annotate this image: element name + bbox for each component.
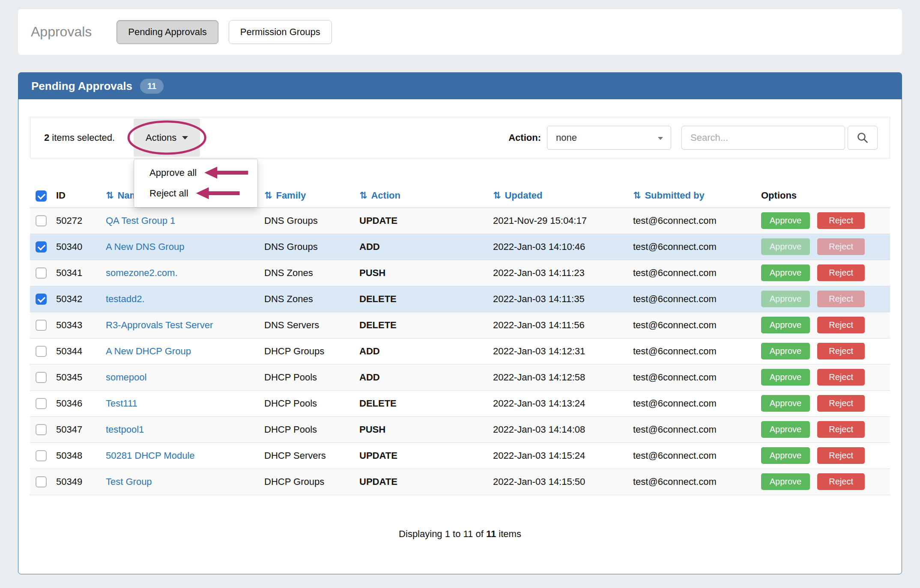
cell-checkbox (30, 338, 56, 364)
reject-button[interactable]: Reject (817, 473, 865, 490)
approve-button[interactable]: Approve (761, 447, 810, 464)
column-header-submitted-by[interactable]: ⇅Submitted by (633, 184, 761, 208)
row-checkbox[interactable] (36, 424, 47, 435)
approve-button[interactable]: Approve (761, 291, 810, 307)
row-checkbox[interactable] (36, 241, 47, 252)
column-header-action[interactable]: ⇅Action (359, 184, 493, 208)
search-button[interactable] (848, 126, 878, 150)
cell-options: Approve Reject (761, 364, 890, 390)
row-name-link[interactable]: Test Group (106, 476, 152, 487)
cell-updated: 2022-Jan-03 14:15:24 (493, 442, 633, 469)
approve-button[interactable]: Approve (761, 264, 810, 281)
column-label: Submitted by (645, 190, 704, 201)
cell-family: DNS Zones (264, 260, 359, 286)
cell-action: ADD (359, 234, 493, 260)
tab-pending-approvals[interactable]: Pending Approvals (116, 20, 218, 44)
approve-button[interactable]: Approve (761, 369, 810, 386)
cell-checkbox (30, 208, 56, 234)
count-badge: 11 (140, 79, 164, 94)
row-checkbox[interactable] (36, 450, 47, 461)
action-filter-select[interactable]: none (547, 126, 671, 150)
row-name-link[interactable]: QA Test Group 1 (106, 215, 175, 226)
tab-permission-groups[interactable]: Permission Groups (229, 20, 332, 44)
row-name-link[interactable]: A New DHCP Group (106, 346, 191, 356)
panel-header: Pending Approvals 11 (18, 73, 902, 99)
cell-name: somezone2.com. (106, 260, 264, 286)
table-row: 50344 A New DHCP Group DHCP Groups ADD 2… (30, 338, 890, 364)
table-row: 50345 somepool DHCP Pools ADD 2022-Jan-0… (30, 364, 890, 390)
reject-button[interactable]: Reject (817, 291, 865, 307)
reject-button[interactable]: Reject (817, 421, 865, 438)
row-checkbox[interactable] (36, 372, 47, 383)
row-name-link[interactable]: somezone2.com. (106, 267, 178, 278)
cell-id: 50272 (56, 208, 106, 234)
sort-icon: ⇅ (264, 190, 272, 201)
row-name-link[interactable]: somepool (106, 372, 146, 383)
row-name-link[interactable]: testadd2. (106, 294, 145, 304)
cell-submitted-by: test@6connect.com (633, 442, 761, 469)
cell-action: UPDATE (359, 469, 493, 495)
menu-item-reject-all[interactable]: Reject all (134, 183, 257, 204)
approve-button[interactable]: Approve (761, 317, 810, 333)
cell-checkbox (30, 442, 56, 469)
row-name-link[interactable]: A New DNS Group (106, 241, 184, 252)
sort-icon: ⇅ (359, 190, 367, 201)
cell-options: Approve Reject (761, 312, 890, 338)
reject-button[interactable]: Reject (817, 212, 865, 229)
cell-id: 50349 (56, 469, 106, 495)
row-checkbox[interactable] (36, 398, 47, 409)
caret-down-icon (182, 136, 188, 140)
reject-button[interactable]: Reject (817, 395, 865, 412)
row-name-link[interactable]: R3-Approvals Test Server (106, 320, 213, 330)
row-checkbox[interactable] (36, 215, 47, 226)
cell-submitted-by: test@6connect.com (633, 286, 761, 312)
select-all-header (30, 184, 56, 208)
row-name-link[interactable]: testpool1 (106, 424, 144, 435)
approve-button[interactable]: Approve (761, 395, 810, 412)
panel-title: Pending Approvals (31, 80, 132, 93)
table-row: 50347 testpool1 DHCP Pools PUSH 2022-Jan… (30, 416, 890, 442)
cell-options: Approve Reject (761, 390, 890, 416)
row-name-link[interactable]: Test111 (106, 398, 137, 409)
cell-updated: 2022-Jan-03 14:15:50 (493, 469, 633, 495)
menu-item-label: Reject all (149, 188, 188, 199)
row-checkbox[interactable] (36, 294, 47, 305)
reject-button[interactable]: Reject (817, 447, 865, 464)
row-checkbox[interactable] (36, 267, 47, 279)
row-checkbox[interactable] (36, 346, 47, 357)
cell-name: Test Group (106, 469, 264, 495)
cell-family: DHCP Servers (264, 442, 359, 469)
cell-checkbox (30, 260, 56, 286)
row-checkbox[interactable] (36, 476, 47, 487)
approve-button[interactable]: Approve (761, 212, 810, 229)
cell-submitted-by: test@6connect.com (633, 390, 761, 416)
page-title: Approvals (31, 24, 92, 40)
reject-button[interactable]: Reject (817, 264, 865, 281)
cell-checkbox (30, 364, 56, 390)
reject-button[interactable]: Reject (817, 238, 865, 255)
reject-button[interactable]: Reject (817, 317, 865, 333)
cell-family: DHCP Groups (264, 469, 359, 495)
approve-button[interactable]: Approve (761, 343, 810, 359)
column-header-family[interactable]: ⇅Family (264, 184, 359, 208)
cell-name: QA Test Group 1 (106, 208, 264, 234)
search-input[interactable] (681, 126, 845, 150)
pending-approvals-table: ID ⇅Name ⇅Family ⇅Action ⇅Updated ⇅Submi… (30, 184, 890, 495)
row-name-link[interactable]: 50281 DHCP Module (106, 450, 195, 461)
reject-button[interactable]: Reject (817, 369, 865, 386)
menu-item-approve-all[interactable]: Approve all (134, 163, 257, 183)
actions-button[interactable]: Actions (134, 119, 200, 157)
table-row: 50348 50281 DHCP Module DHCP Servers UPD… (30, 442, 890, 469)
cell-submitted-by: test@6connect.com (633, 338, 761, 364)
select-all-checkbox[interactable] (36, 190, 47, 202)
approve-button[interactable]: Approve (761, 473, 810, 490)
row-checkbox[interactable] (36, 320, 47, 331)
cell-name: A New DNS Group (106, 234, 264, 260)
approve-button[interactable]: Approve (761, 421, 810, 438)
approve-button[interactable]: Approve (761, 238, 810, 255)
cell-checkbox (30, 286, 56, 312)
footer-prefix: Displaying 1 to 11 of (399, 529, 486, 539)
cell-checkbox (30, 390, 56, 416)
column-header-updated[interactable]: ⇅Updated (493, 184, 633, 208)
reject-button[interactable]: Reject (817, 343, 865, 359)
